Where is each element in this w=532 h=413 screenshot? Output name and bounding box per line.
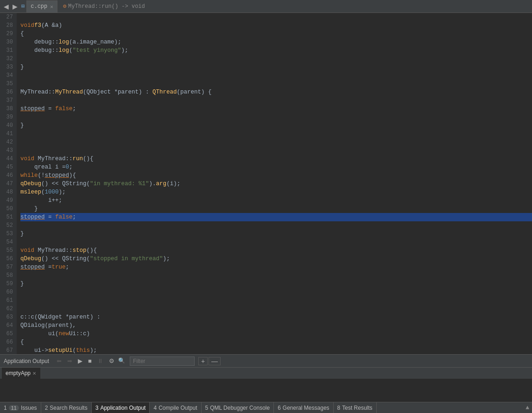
- status-item-number: 3: [95, 405, 99, 411]
- function-icon: ⚙: [63, 3, 66, 10]
- code-line: [20, 238, 532, 246]
- line-number: 54: [4, 238, 13, 246]
- code-line: qreal i =0;: [20, 163, 532, 171]
- line-number: 36: [4, 88, 13, 96]
- line-number: 43: [4, 146, 13, 155]
- file-icon: ⊞: [21, 3, 25, 10]
- code-line: qDebug() << QString("stopped in mythread…: [20, 255, 532, 263]
- toolbar-settings-button[interactable]: ⚙: [107, 357, 116, 365]
- line-number: 56: [4, 255, 13, 263]
- issues-badge: 11: [9, 405, 19, 411]
- close-output-tab-button[interactable]: ✕: [32, 371, 36, 376]
- toolbar-prev-button[interactable]: ⬅: [55, 357, 63, 365]
- line-number: 29: [4, 30, 13, 38]
- code-line: stopped = false;: [20, 213, 532, 221]
- line-number: 45: [4, 163, 13, 171]
- toolbar-stop-button[interactable]: ■: [86, 357, 94, 365]
- status-item-compile-output[interactable]: 4 Compile Output: [150, 402, 201, 413]
- status-item-label: Compile Output: [158, 405, 197, 411]
- code-line: [20, 146, 532, 155]
- status-item-label: Test Results: [342, 405, 372, 411]
- code-line: void MyThread::stop(){: [20, 246, 532, 255]
- zoom-controls: + —: [198, 357, 221, 365]
- status-item-label: Application Output: [100, 405, 146, 411]
- status-bar: 1 11 Issues2 Search Results3 Application…: [0, 402, 532, 413]
- line-number: 61: [4, 296, 13, 305]
- status-item-label: QML Debugger Console: [210, 405, 270, 411]
- code-line: MyThread::MyThread(QObject *parent) : QT…: [20, 88, 532, 96]
- line-number: 34: [4, 71, 13, 80]
- back-button[interactable]: ◀: [2, 0, 11, 13]
- code-line: i++;: [20, 196, 532, 205]
- output-tab-emptyapp[interactable]: emptyApp✕: [2, 368, 40, 379]
- code-content[interactable]: void f3(A &a){ debug::log(a.image_name);…: [17, 13, 532, 354]
- file-tab-label: c.cpp: [31, 3, 47, 10]
- output-tabs: emptyApp✕: [0, 368, 532, 379]
- code-line: ui->setupUi(this);: [20, 346, 532, 354]
- line-number: 50: [4, 205, 13, 213]
- code-line: [20, 288, 532, 296]
- line-number: 55: [4, 246, 13, 255]
- line-number: 37: [4, 96, 13, 105]
- status-item-general-messages[interactable]: 6 General Messages: [274, 402, 333, 413]
- code-line: void MyThread::run(){: [20, 155, 532, 163]
- status-item-label: Search Results: [50, 405, 87, 411]
- line-number: 31: [4, 46, 13, 55]
- line-number: 41: [4, 130, 13, 138]
- line-number: 53: [4, 230, 13, 238]
- code-line: qDebug() << QString("in mythread: %1").a…: [20, 180, 532, 188]
- status-item-search-results[interactable]: 2 Search Results: [41, 402, 92, 413]
- line-number: 52: [4, 221, 13, 230]
- status-item-number: 2: [45, 405, 48, 411]
- status-item-label: Issues: [21, 405, 37, 411]
- line-number: 48: [4, 188, 13, 196]
- line-number: 57: [4, 263, 13, 271]
- status-item-issues[interactable]: 1 11 Issues: [0, 402, 41, 413]
- line-numbers: 2728293031323334353637383940414243444546…: [0, 13, 17, 354]
- code-line: [20, 113, 532, 121]
- line-number: 66: [4, 338, 13, 346]
- code-line: [20, 296, 532, 305]
- output-toolbar: Application Output ⬅ ➡ ▶ ■ ⏸ ⚙ 🔍 + —: [0, 355, 532, 368]
- status-item-test-results[interactable]: 8 Test Results: [334, 402, 377, 413]
- output-tab-label: emptyApp: [6, 370, 31, 376]
- line-number: 27: [4, 13, 13, 21]
- line-number: 38: [4, 105, 13, 113]
- line-number: 49: [4, 196, 13, 205]
- code-line: }: [20, 205, 532, 213]
- code-line: [20, 71, 532, 80]
- close-tab-button[interactable]: ✕: [50, 4, 53, 10]
- file-tab-cpp[interactable]: c.cpp ✕: [26, 0, 57, 13]
- status-item-qml-debugger[interactable]: 5 QML Debugger Console: [202, 402, 274, 413]
- code-line: msleep(1000);: [20, 188, 532, 196]
- line-number: 64: [4, 321, 13, 330]
- code-line: debug::log("test yinyong");: [20, 46, 532, 55]
- line-number: 60: [4, 288, 13, 296]
- status-collapse-button[interactable]: ▲: [523, 402, 532, 413]
- code-line: ui(new Ui::c): [20, 330, 532, 338]
- status-item-number: 6: [278, 405, 281, 411]
- zoom-in-button[interactable]: +: [198, 357, 208, 365]
- toolbar-next-button[interactable]: ➡: [65, 357, 74, 365]
- toolbar-run-button[interactable]: ▶: [76, 357, 84, 365]
- line-number: 30: [4, 38, 13, 46]
- arrow-icon: ▲: [526, 404, 529, 411]
- status-item-number: 8: [337, 405, 341, 411]
- code-line: [20, 271, 532, 280]
- filter-input[interactable]: [130, 357, 195, 366]
- zoom-out-button[interactable]: —: [209, 357, 221, 365]
- code-line: [20, 221, 532, 230]
- filter-icon: 🔍: [118, 357, 125, 364]
- status-item-label: General Messages: [283, 405, 329, 411]
- output-content: [0, 379, 532, 402]
- line-number: 44: [4, 155, 13, 163]
- code-line: }: [20, 121, 532, 130]
- breadcrumb-text: MyThread::run() -> void: [68, 3, 145, 10]
- forward-button[interactable]: ▶: [11, 0, 19, 13]
- line-number: 35: [4, 80, 13, 88]
- code-line: [20, 55, 532, 63]
- code-line: }: [20, 63, 532, 71]
- toolbar-attach-button[interactable]: ⏸: [95, 357, 105, 365]
- output-panel: Application Output ⬅ ➡ ▶ ■ ⏸ ⚙ 🔍 + — emp…: [0, 354, 532, 402]
- status-item-app-output[interactable]: 3 Application Output: [92, 402, 150, 413]
